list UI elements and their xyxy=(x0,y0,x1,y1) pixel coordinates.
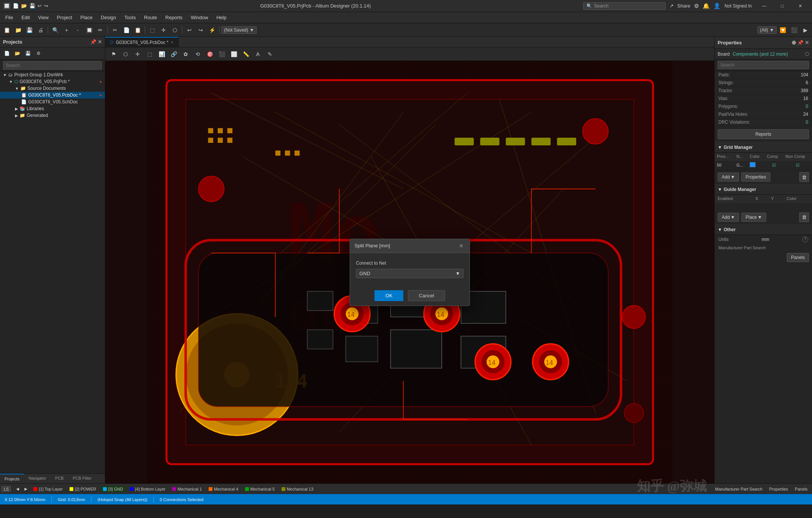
toolbar-btn-9[interactable]: ⬛ xyxy=(789,25,799,35)
layer-prev-btn[interactable]: ◀ xyxy=(14,485,21,493)
menu-tools[interactable]: Tools xyxy=(121,13,139,22)
tab-pcbdoc[interactable]: ⬡ G030C8T6_V05.PcbDoc * ✕ xyxy=(105,37,179,47)
pcb-btn-6[interactable]: 🔗 xyxy=(168,49,179,59)
guide-delete-button[interactable]: 🗑 xyxy=(799,212,809,222)
toolbar-btn-10[interactable]: ▶ xyxy=(800,25,810,35)
toolbar-btn-4[interactable]: 🖨 xyxy=(35,25,46,35)
filter-btn[interactable]: ⬡ xyxy=(805,51,809,57)
open-icon[interactable]: 📂 xyxy=(21,3,27,9)
tree-generated[interactable]: ▶ 📁 Generated xyxy=(0,112,105,119)
pcb-btn-12[interactable]: ✎ xyxy=(265,49,275,59)
layer-next-btn[interactable]: ▶ xyxy=(22,485,30,493)
toolbar-btn-2[interactable]: 📁 xyxy=(13,25,23,35)
pin-icon[interactable]: 📌 xyxy=(797,40,803,45)
share-icon[interactable]: ↗ xyxy=(670,3,674,9)
maximize-button[interactable]: □ xyxy=(774,0,791,12)
grid-properties-button[interactable]: Properties xyxy=(741,173,770,182)
layer-gnd[interactable]: [3] GND xyxy=(100,486,126,492)
layer-top[interactable]: [1] Top Layer xyxy=(30,486,65,492)
panel-pin-icon[interactable]: 📌 xyxy=(90,39,96,45)
pcb-btn-7[interactable]: ✿ xyxy=(180,49,191,59)
pcb-btn-11[interactable]: ⬜ xyxy=(229,49,239,59)
pcb-btn-measure[interactable]: 📏 xyxy=(241,49,251,59)
pcb-btn-3[interactable]: ✛ xyxy=(132,49,143,59)
redo-icon[interactable]: ↪ xyxy=(44,3,48,9)
tab-navigator[interactable]: Navigator xyxy=(24,474,51,483)
reports-button[interactable]: Reports xyxy=(718,129,809,139)
save-icon[interactable]: 💾 xyxy=(29,3,35,9)
cell-noncomp[interactable]: ☑ xyxy=(783,161,812,170)
toolbar-btn-1[interactable]: 📋 xyxy=(2,25,12,35)
polygons-value[interactable]: 0 xyxy=(806,104,808,109)
properties-search-input[interactable] xyxy=(718,61,809,69)
layer-power[interactable]: [2] POWER xyxy=(67,486,99,492)
grid-manager-header[interactable]: ▼ Grid Manager xyxy=(715,142,812,153)
layer-properties-link[interactable]: Properties xyxy=(766,486,791,492)
units-help-icon[interactable]: ? xyxy=(802,236,808,242)
all-dropdown[interactable]: (All) ▼ xyxy=(757,26,777,34)
tab-close-icon[interactable]: ✕ xyxy=(171,40,174,44)
global-search-bar[interactable]: 🔍 Search xyxy=(583,2,666,10)
drc-value[interactable]: 0 xyxy=(806,120,808,125)
guide-manager-header[interactable]: ▼ Guide Manager xyxy=(715,184,812,195)
menu-edit[interactable]: Edit xyxy=(18,13,33,22)
not-saved-dropdown[interactable]: (Not Saved) ▼ xyxy=(221,26,257,34)
proj-new-btn[interactable]: 📄 xyxy=(2,49,11,58)
toolbar-btn-select[interactable]: ⬚ xyxy=(147,25,158,35)
menu-help[interactable]: Help xyxy=(213,13,230,22)
close-button[interactable]: ✕ xyxy=(792,0,809,12)
menu-file[interactable]: File xyxy=(2,13,17,22)
menu-place[interactable]: Place xyxy=(77,13,97,22)
panels-button[interactable]: Panels xyxy=(787,253,809,262)
panel-close-icon[interactable]: ✕ xyxy=(98,39,102,45)
toolbar-btn-6[interactable]: ✏ xyxy=(95,25,106,35)
settings-icon[interactable]: ⚙ xyxy=(694,3,699,9)
menu-view[interactable]: View xyxy=(34,13,52,22)
pcb-btn-8[interactable]: ⟲ xyxy=(192,49,203,59)
toolbar-btn-filter[interactable]: 🔽 xyxy=(777,25,788,35)
tree-schdoc[interactable]: 📄 G030C8T6_V05.SchDoc xyxy=(0,98,105,105)
toolbar-btn-5[interactable]: 🔲 xyxy=(84,25,94,35)
tab-pcb[interactable]: PCB xyxy=(51,474,68,483)
tab-pcb-filter[interactable]: PCB Filter xyxy=(68,474,96,483)
pcb-btn-5[interactable]: 📊 xyxy=(156,49,167,59)
minimize-button[interactable]: — xyxy=(756,0,773,12)
guide-add-button[interactable]: Add ▼ xyxy=(718,213,739,222)
toolbar-btn-7[interactable]: ⬡ xyxy=(170,25,180,35)
manufacturer-link[interactable]: Manufacturer Part Search xyxy=(715,244,812,251)
menu-window[interactable]: Window xyxy=(187,13,212,22)
undo-icon[interactable]: ↩ xyxy=(38,3,42,9)
pcb-btn-1[interactable]: ⚑ xyxy=(108,49,119,59)
tree-libraries[interactable]: ▶ 📚 Libraries xyxy=(0,105,105,112)
layer-manufacturer-link[interactable]: Manufacturer Part Search xyxy=(712,486,765,492)
grid-add-button[interactable]: Add ▼ xyxy=(718,173,739,182)
pcb-canvas[interactable]: 1-4 Mo del xyxy=(105,61,714,483)
pcb-btn-text[interactable]: A xyxy=(253,49,263,59)
toolbar-btn-3[interactable]: 💾 xyxy=(24,25,35,35)
projects-search-input[interactable] xyxy=(3,61,102,70)
layer-panels-link[interactable]: Panels xyxy=(792,486,810,492)
cell-comp[interactable]: ☑ xyxy=(765,161,783,170)
tree-pcbdoc[interactable]: 📋 G030C8T6_V05.PcbDoc * ● xyxy=(0,92,105,98)
proj-save-btn[interactable]: 💾 xyxy=(23,49,32,58)
pcb-btn-10[interactable]: ⬛ xyxy=(217,49,227,59)
toolbar-btn-zoomin[interactable]: + xyxy=(61,25,72,35)
tree-project-group[interactable]: ▼ 🗂 Project Group 1.DsnWrk xyxy=(0,71,105,78)
close-icon[interactable]: ✕ xyxy=(805,40,809,45)
pcb-btn-9[interactable]: 🎯 xyxy=(205,49,215,59)
toolbar-btn-move[interactable]: ✛ xyxy=(158,25,169,35)
toolbar-btn-copy[interactable]: 📄 xyxy=(121,25,132,35)
toolbar-btn-zoom[interactable]: 🔍 xyxy=(50,25,61,35)
menu-reports[interactable]: Reports xyxy=(162,13,186,22)
layer-mech1[interactable]: Mechanical 1 xyxy=(169,486,205,492)
notification-icon[interactable]: 🔔 xyxy=(703,3,710,9)
tree-source-docs[interactable]: ▼ 📁 Source Documents xyxy=(0,85,105,92)
menu-design[interactable]: Design xyxy=(97,13,120,22)
layer-mech5[interactable]: Mechanical 5 xyxy=(242,486,278,492)
toolbar-btn-zoomout[interactable]: - xyxy=(73,25,83,35)
toolbar-btn-8[interactable]: ⚡ xyxy=(207,25,217,35)
toolbar-btn-undo[interactable]: ↩ xyxy=(184,25,195,35)
account-icon[interactable]: 👤 xyxy=(714,3,721,9)
dialog-close-button[interactable]: ✕ xyxy=(458,242,465,250)
layer-bottom[interactable]: [4] Bottom Layer xyxy=(127,486,168,492)
